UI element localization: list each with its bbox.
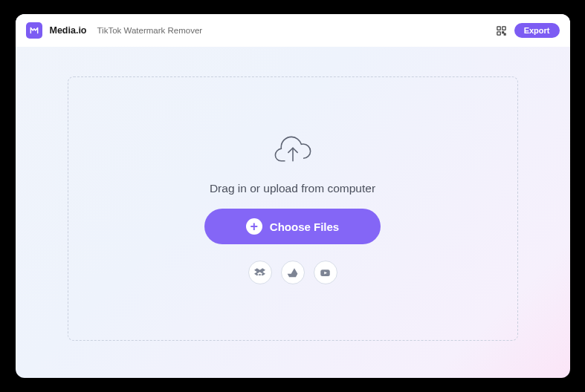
source-youtube-button[interactable]: [314, 261, 337, 284]
brand-logo: [26, 22, 42, 39]
qr-icon[interactable]: [496, 25, 507, 36]
svg-rect-1: [502, 26, 505, 29]
product-name: TikTok Watermark Remover: [97, 26, 203, 35]
brand-name: Media.io: [50, 25, 87, 36]
export-button[interactable]: Export: [514, 23, 560, 38]
dropbox-icon: [254, 267, 265, 278]
plus-icon: +: [246, 218, 262, 235]
choose-files-button[interactable]: + Choose Files: [204, 209, 381, 244]
svg-rect-2: [497, 31, 500, 34]
main-area: Drag in or upload from computer + Choose…: [16, 47, 570, 378]
google-drive-icon: [287, 267, 298, 278]
dropzone[interactable]: Drag in or upload from computer + Choose…: [68, 76, 518, 341]
source-dropbox-button[interactable]: [248, 261, 272, 284]
cloud-upload-icon: [272, 133, 314, 169]
svg-rect-3: [502, 31, 503, 33]
source-gdrive-button[interactable]: [281, 261, 305, 284]
youtube-icon: [320, 267, 331, 278]
svg-rect-0: [497, 26, 500, 29]
choose-files-label: Choose Files: [270, 220, 339, 233]
app-window: Media.io TikTok Watermark Remover Export: [16, 14, 570, 378]
source-icons-row: [248, 261, 337, 284]
header: Media.io TikTok Watermark Remover Export: [16, 14, 570, 47]
svg-rect-4: [504, 33, 505, 35]
dropzone-instruction: Drag in or upload from computer: [210, 182, 375, 195]
